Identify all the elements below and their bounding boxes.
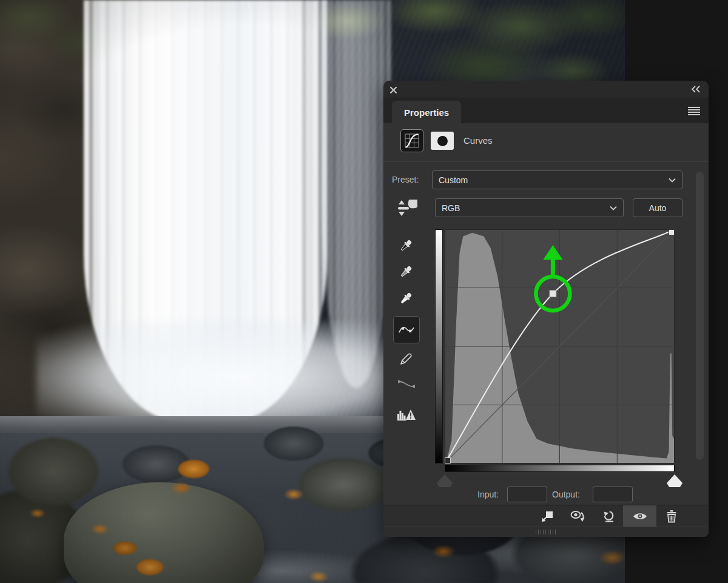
channel-value: RGB — [442, 203, 460, 213]
properties-panel: Properties Curves Preset: Custom — [383, 81, 709, 537]
auto-label: Auto — [649, 203, 667, 213]
output-label: Output: — [552, 490, 580, 499]
auto-button[interactable]: Auto — [633, 198, 682, 217]
targeted-adjustment-tool-icon[interactable] — [396, 198, 419, 218]
panel-menu-icon[interactable] — [687, 106, 701, 116]
output-gradient-bar — [435, 229, 443, 463]
clipping-warning-icon[interactable] — [397, 406, 416, 422]
adjustment-title: Curves — [463, 135, 493, 146]
preset-value: Custom — [439, 175, 468, 185]
shadow-input-slider[interactable] — [437, 474, 453, 487]
curves-adjustment-icon[interactable] — [400, 129, 423, 152]
input-field[interactable] — [507, 487, 547, 502]
chevron-down-icon — [610, 206, 617, 211]
close-icon[interactable] — [388, 85, 398, 95]
view-previous-state-icon[interactable] — [566, 505, 590, 527]
input-gradient-bar — [445, 465, 675, 472]
divider — [383, 161, 709, 162]
panel-topbar — [383, 81, 709, 98]
panel-resize-strip — [383, 527, 709, 537]
reset-icon[interactable] — [597, 505, 621, 527]
preset-label: Preset: — [392, 175, 419, 184]
panel-scrollbar[interactable] — [696, 172, 704, 460]
highlight-input-slider[interactable] — [667, 474, 682, 487]
tab-properties[interactable]: Properties — [392, 101, 461, 124]
curve-grid[interactable] — [445, 229, 675, 463]
gray-point-eyedropper-icon[interactable] — [398, 264, 414, 280]
trash-icon[interactable] — [659, 505, 684, 527]
input-label: Input: — [477, 490, 499, 499]
pencil-tool-icon[interactable] — [398, 351, 414, 367]
collapse-panel-icon[interactable] — [689, 84, 701, 94]
layer-mask-thumbnail[interactable] — [431, 132, 454, 150]
panel-footer-toolbar — [383, 505, 709, 527]
black-point-eyedropper-icon[interactable] — [398, 238, 414, 254]
mask-dot — [437, 136, 448, 146]
smooth-curve-icon[interactable] — [398, 377, 415, 391]
chevron-down-icon — [669, 178, 676, 183]
tab-label: Properties — [404, 107, 449, 118]
output-field[interactable] — [593, 487, 633, 502]
channel-dropdown[interactable]: RGB — [435, 198, 624, 217]
white-point-eyedropper-icon[interactable] — [398, 291, 414, 306]
eye-icon[interactable] — [628, 505, 652, 527]
clip-to-layer-icon[interactable] — [535, 505, 559, 527]
photoshop-workspace: Properties Curves Preset: Custom — [0, 0, 728, 583]
preset-dropdown[interactable]: Custom — [432, 170, 682, 189]
resize-grip[interactable] — [536, 530, 556, 534]
panel-tab-bar: Properties — [383, 98, 709, 123]
edit-points-tool-icon[interactable] — [393, 316, 420, 343]
